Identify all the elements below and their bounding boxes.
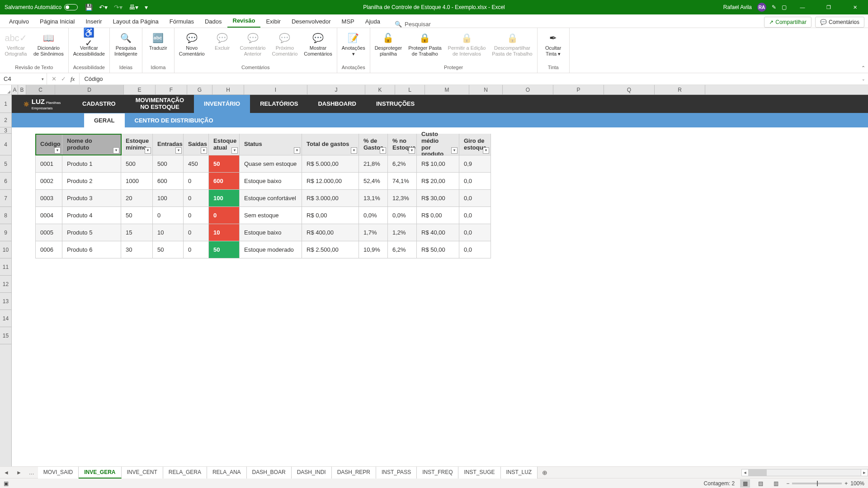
cell-gastos[interactable]: R$ 5.000,00 [302, 155, 359, 173]
cell-in[interactable]: 50 [153, 241, 184, 258]
cell-in[interactable]: 100 [153, 190, 184, 207]
cell-status[interactable]: Estoque baixo [240, 224, 302, 241]
col-header-P[interactable]: P [553, 85, 604, 94]
cell-min[interactable]: 50 [121, 207, 153, 224]
cell-cur[interactable]: 10 [209, 224, 240, 241]
cell-name[interactable]: Produto 1 [62, 155, 121, 173]
row-header-9[interactable]: 9 [0, 224, 11, 241]
filter-icon[interactable]: ▾ [175, 147, 182, 154]
macro-record-icon[interactable]: ▣ [4, 480, 9, 487]
cell-out[interactable]: 0 [184, 190, 209, 207]
cell-giro[interactable]: 0,0 [459, 224, 491, 241]
filter-icon[interactable]: ▾ [483, 147, 489, 154]
cell-status[interactable]: Quase sem estoque [240, 155, 302, 173]
col-header-cur[interactable]: Estoque atual▾ [209, 134, 240, 155]
col-header-L[interactable]: L [395, 85, 425, 94]
nav-relatórios[interactable]: RELATÓRIOS [250, 95, 308, 113]
tab-dados[interactable]: Dados [199, 15, 227, 28]
col-header-A[interactable]: A [12, 85, 18, 94]
cell-pe[interactable]: 0,0% [388, 207, 417, 224]
sheet-tab-rela_ana[interactable]: RELA_ANA [207, 467, 247, 479]
tab-revis-o[interactable]: Revisão [227, 14, 261, 28]
subtab-geral[interactable]: GERAL [84, 113, 125, 127]
tab-scroll-left-icon[interactable]: ◄ [0, 469, 13, 476]
cell-code[interactable]: 0001 [35, 155, 62, 173]
zoom-out-icon[interactable]: − [786, 480, 789, 487]
save-icon[interactable]: 💾 [85, 4, 93, 11]
redo-icon[interactable]: ↷▾ [114, 4, 123, 11]
sheet-tab-inst_freq[interactable]: INST_FREQ [417, 467, 458, 479]
cell-cur[interactable]: 100 [209, 190, 240, 207]
tab-msp[interactable]: MSP [336, 15, 360, 28]
sheet-tab-dash_repr[interactable]: DASH_REPR [332, 467, 376, 479]
cell-status[interactable]: Estoque baixo [240, 173, 302, 190]
col-header-custo[interactable]: Custo médio por produto▾ [417, 134, 459, 155]
cell-giro[interactable]: 0,0 [459, 190, 491, 207]
close-button[interactable]: ✕ [844, 0, 865, 14]
user-name[interactable]: Rafael Avila [723, 4, 752, 10]
row-header-10[interactable]: 10 [0, 241, 11, 258]
draw-mode-icon[interactable]: ✎ [772, 4, 776, 10]
ribbon-pesquisa[interactable]: 🔍Pesquisa Inteligente [114, 32, 137, 56]
tab-p-gina-inicial[interactable]: Página Inicial [34, 15, 80, 28]
subtab-centro-de-distribui-o[interactable]: CENTRO DE DISTRIBUIÇÃO [125, 113, 223, 127]
accept-formula-icon[interactable]: ✓ [61, 75, 66, 82]
ribbon-desproteger[interactable]: 🔓Desproteger planilha [375, 32, 402, 56]
row-header-3[interactable]: 3 [0, 127, 11, 134]
collapse-ribbon-icon[interactable]: ⌃ [861, 65, 865, 71]
nav-movimentação[interactable]: MOVIMENTAÇÃO NO ESTOQUE [126, 95, 194, 113]
col-header-I[interactable]: I [244, 85, 307, 94]
tab-inserir[interactable]: Inserir [80, 15, 107, 28]
filter-icon[interactable]: ▾ [201, 147, 207, 154]
horizontal-scrollbar[interactable]: ◄ ► [741, 469, 868, 476]
cell-pe[interactable]: 74,1% [388, 173, 417, 190]
cell-name[interactable]: Produto 4 [62, 207, 121, 224]
cell-status[interactable]: Estoque confortável [240, 190, 302, 207]
cell-out[interactable]: 0 [184, 241, 209, 258]
cell-out[interactable]: 0 [184, 207, 209, 224]
col-header-G[interactable]: G [187, 85, 212, 94]
undo-icon[interactable]: ↶▾ [99, 4, 108, 11]
ribbon-mostrar[interactable]: 💬Mostrar Comentários [304, 32, 332, 56]
row-header-5[interactable]: 5 [0, 155, 11, 173]
cell-custo[interactable]: R$ 50,00 [417, 241, 459, 258]
name-box[interactable]: C4 [0, 73, 47, 84]
fx-icon[interactable]: fx [71, 75, 75, 83]
cell-custo[interactable]: R$ 30,00 [417, 190, 459, 207]
formula-input[interactable]: Código [80, 73, 859, 84]
cell-pg[interactable]: 10,9% [359, 241, 388, 258]
select-all-button[interactable] [0, 85, 12, 94]
zoom-slider[interactable] [792, 483, 842, 484]
table-row[interactable]: 0003Produto 3201000100Estoque confortáve… [35, 190, 491, 207]
table-row[interactable]: 0005Produto 51510010Estoque baixoR$ 400,… [35, 224, 491, 241]
row-header-13[interactable]: 13 [0, 293, 11, 310]
cell-in[interactable]: 600 [153, 173, 184, 190]
col-header-D[interactable]: D [55, 85, 124, 94]
cell-custo[interactable]: R$ 10,00 [417, 155, 459, 173]
zoom-in-icon[interactable]: + [844, 480, 848, 487]
col-header-status[interactable]: Status▾ [240, 134, 302, 155]
col-header-C[interactable]: C [26, 85, 55, 94]
view-normal-icon[interactable]: ▦ [740, 479, 750, 488]
col-header-pe[interactable]: % no Estoque▾ [388, 134, 417, 155]
sheet-tab-inst_pass[interactable]: INST_PASS [376, 467, 417, 479]
cell-min[interactable]: 30 [121, 241, 153, 258]
tab-desenvolvedor[interactable]: Desenvolvedor [286, 15, 336, 28]
tab-f-rmulas[interactable]: Fórmulas [164, 15, 199, 28]
row-header-7[interactable]: 7 [0, 190, 11, 207]
scroll-thumb[interactable] [749, 469, 767, 476]
cancel-formula-icon[interactable]: ✕ [52, 75, 57, 82]
cell-cur[interactable]: 50 [209, 241, 240, 258]
sheet-tab-dash_indi[interactable]: DASH_INDI [292, 467, 332, 479]
cell-gastos[interactable]: R$ 400,00 [302, 224, 359, 241]
qat-more-icon[interactable]: ▾ [145, 4, 148, 11]
sheet-area[interactable]: 🔆LUZ Planilhas Empresariais CADASTROMOVI… [12, 95, 868, 466]
cell-custo[interactable]: R$ 0,00 [417, 207, 459, 224]
cell-code[interactable]: 0004 [35, 207, 62, 224]
search-box[interactable]: 🔍 Pesquisar [395, 21, 431, 28]
nav-instruções[interactable]: INSTRUÇÕES [366, 95, 425, 113]
row-header-15[interactable]: 15 [0, 327, 11, 344]
cell-in[interactable]: 0 [153, 207, 184, 224]
row-header-12[interactable]: 12 [0, 276, 11, 293]
row-header-2[interactable]: 2 [0, 113, 11, 127]
